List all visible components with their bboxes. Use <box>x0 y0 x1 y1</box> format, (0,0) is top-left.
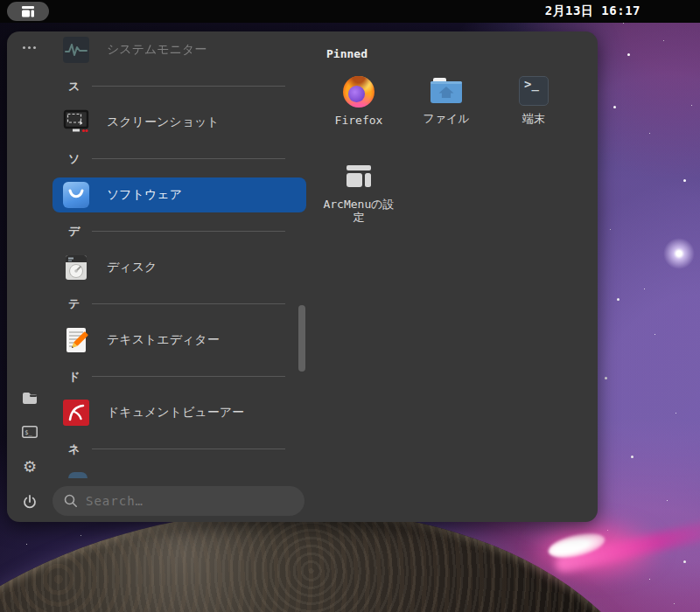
section-header-do: ド <box>52 358 306 395</box>
search-bar <box>52 486 304 516</box>
settings-button[interactable]: ⚙ <box>18 456 41 478</box>
gear-icon: ⚙ <box>23 459 37 475</box>
pinned-app-arcmenu-settings[interactable]: ArcMenuの設定 <box>315 154 402 238</box>
terminal-icon: $_ <box>22 426 38 438</box>
pinned-app-firefox[interactable]: Firefox <box>315 70 402 154</box>
files-shortcut-button[interactable] <box>18 386 41 409</box>
app-item-software[interactable]: ソフトウェア <box>52 177 306 212</box>
text-editor-icon <box>63 327 89 353</box>
section-header-de: デ <box>52 212 306 250</box>
document-viewer-icon <box>63 400 89 426</box>
files-icon <box>430 76 463 106</box>
arcmenu-icon <box>20 3 36 19</box>
top-bar: 2月13日 16:17 <box>0 0 700 23</box>
app-item-label: ディスク <box>107 260 157 275</box>
app-item-disks[interactable]: ディスク <box>52 250 306 285</box>
power-icon <box>22 494 38 510</box>
left-rail: $_ ⚙ <box>7 31 52 522</box>
app-item-screenshot[interactable]: スクリーンショット <box>52 105 306 140</box>
app-item-label: システムモニター <box>107 42 206 58</box>
disks-icon <box>63 254 89 281</box>
app-item-label: ドキュメントビューアー <box>107 405 244 421</box>
terminal-icon: >_ <box>519 76 549 106</box>
partially-visible-app-icon <box>68 472 88 478</box>
screenshot-icon <box>63 109 89 136</box>
svg-text:$_: $_ <box>24 429 32 436</box>
section-header-te: テ <box>52 285 306 323</box>
more-options-icon[interactable] <box>23 46 36 49</box>
arcmenu-panel: $_ ⚙ システムモニター ス <box>7 31 598 522</box>
pinned-app-label: ArcMenuの設定 <box>318 198 399 224</box>
pinned-header: Pinned <box>326 47 368 60</box>
app-item-label: テキストエディター <box>107 332 220 348</box>
app-item-text-editor[interactable]: テキストエディター <box>52 323 306 358</box>
clock[interactable]: 2月13日 16:17 <box>545 3 640 19</box>
app-list: システムモニター ス スクリーンショット ソ <box>52 32 306 468</box>
app-list-scrollbar[interactable] <box>298 305 305 372</box>
firefox-icon <box>343 76 374 108</box>
app-item-label: ソフトウェア <box>107 187 182 203</box>
pinned-grid: Firefox ファイル >_ 端末 ArcMenuの設定 <box>315 70 588 238</box>
pinned-app-label: 端末 <box>522 112 545 125</box>
app-item-document-viewer[interactable]: ドキュメントビューアー <box>52 395 306 430</box>
search-icon <box>64 494 78 508</box>
folder-icon <box>22 392 38 405</box>
software-icon <box>63 182 89 208</box>
pinned-app-files[interactable]: ファイル <box>402 70 490 154</box>
arcmenu-button[interactable] <box>7 2 49 21</box>
section-header-su: ス <box>52 67 306 105</box>
app-item-system-monitor[interactable]: システムモニター <box>52 32 306 67</box>
search-input[interactable] <box>52 486 304 516</box>
power-button[interactable] <box>18 490 41 513</box>
section-header-ne: ネ <box>52 430 306 468</box>
arcmenu-settings-icon <box>343 160 374 191</box>
section-header-so: ソ <box>52 140 306 177</box>
terminal-shortcut-button[interactable]: $_ <box>18 421 41 443</box>
system-monitor-icon <box>63 37 89 63</box>
pinned-app-label: ファイル <box>423 112 469 125</box>
app-item-label: スクリーンショット <box>107 115 220 130</box>
pinned-app-terminal[interactable]: >_ 端末 <box>490 70 578 154</box>
pinned-app-label: Firefox <box>335 114 383 127</box>
bright-star <box>663 238 695 269</box>
